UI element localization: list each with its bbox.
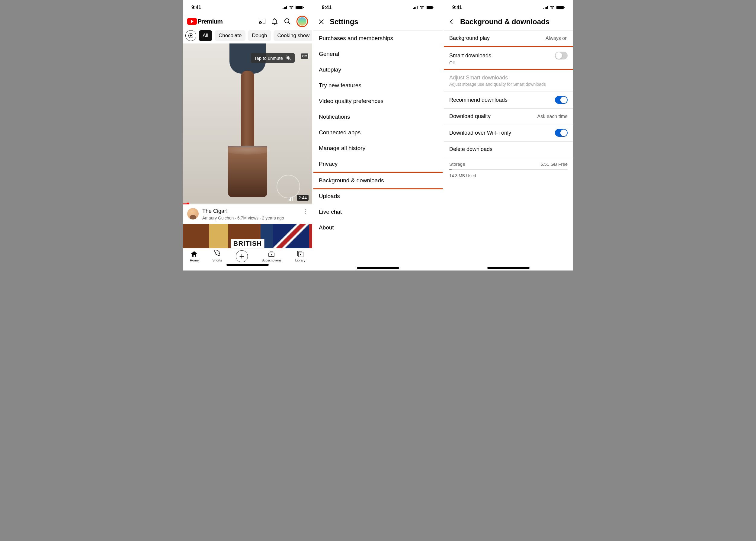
unmute-overlay[interactable]: Tap to unmute <box>251 53 295 63</box>
wifi-toggle[interactable] <box>555 129 568 137</box>
nav-shorts-label: Shorts <box>213 259 222 262</box>
quality-icon <box>289 197 294 201</box>
wifi-icon <box>550 6 555 9</box>
nav-subscriptions[interactable]: Subscriptions <box>262 250 282 262</box>
adjust-sub: Adjust storage use and quality for Smart… <box>449 82 546 87</box>
channel-watermark <box>277 175 300 198</box>
shorts-icon <box>214 250 221 258</box>
nav-home-label: Home <box>190 259 199 262</box>
status-bar: 9:41 <box>183 0 312 13</box>
video-thumbnail[interactable]: Tap to unmute CC 2:44 <box>183 43 312 205</box>
settings-item-background-downloads[interactable]: Background & downloads <box>314 172 442 189</box>
search-icon[interactable] <box>284 18 291 25</box>
recommend-label: Recommend downloads <box>449 97 507 103</box>
smart-downloads-toggle[interactable] <box>555 52 568 60</box>
channel-avatar[interactable] <box>187 208 199 220</box>
chip-chocolate[interactable]: Chocolate <box>215 30 246 41</box>
nav-create[interactable] <box>236 250 248 263</box>
chip-all[interactable]: All <box>199 30 212 41</box>
smart-downloads-label: Smart downloads <box>449 53 491 59</box>
video-progress[interactable] <box>183 204 312 205</box>
status-bar: 9:41 <box>444 0 573 13</box>
header-actions <box>259 16 308 27</box>
storage-label: Storage <box>449 162 465 167</box>
row-background-play[interactable]: Background play Always on <box>444 31 573 46</box>
chip-dough[interactable]: Dough <box>248 30 271 41</box>
settings-item-live-chat[interactable]: Live chat <box>314 204 442 220</box>
row-delete-downloads[interactable]: Delete downloads <box>444 142 573 157</box>
storage-used: 14.3 MB Used <box>449 173 568 178</box>
bd-header: Background & downloads <box>444 13 573 31</box>
settings-item-purchases[interactable]: Purchases and memberships <box>314 31 442 46</box>
quality-value: Ask each time <box>537 114 568 119</box>
notifications-icon[interactable] <box>271 18 278 25</box>
svg-rect-6 <box>292 197 293 201</box>
signal-icon <box>413 6 417 9</box>
home-icon <box>191 250 198 258</box>
storage-section: Storage 5.51 GB Free 14.3 MB Used <box>444 157 573 182</box>
status-icons <box>543 6 565 9</box>
delete-label: Delete downloads <box>449 146 492 153</box>
bd-title: Background & downloads <box>460 18 549 26</box>
screen-background-downloads: 9:41 Background & downloads Background p… <box>444 0 573 270</box>
explore-icon[interactable] <box>185 30 196 41</box>
chip-cooking[interactable]: Cooking show <box>274 30 312 41</box>
unmute-label: Tap to unmute <box>254 56 283 61</box>
cast-icon[interactable] <box>259 18 266 25</box>
back-icon[interactable] <box>448 18 455 25</box>
status-time: 9:41 <box>322 5 332 10</box>
nav-home[interactable]: Home <box>190 250 199 262</box>
nav-library[interactable]: Library <box>295 250 306 262</box>
background-play-value: Always on <box>545 36 568 41</box>
row-adjust-smart-downloads: Adjust Smart downloads Adjust storage us… <box>444 70 573 91</box>
video-metadata[interactable]: The Cigar! Amaury Guichon · 6.7M views ·… <box>183 205 312 224</box>
youtube-logo[interactable]: Premium <box>187 18 223 25</box>
profile-avatar[interactable] <box>297 16 308 27</box>
battery-icon <box>426 6 434 9</box>
settings-item-about[interactable]: About <box>314 220 442 236</box>
avatar-icon <box>298 17 307 26</box>
subscriptions-icon <box>268 250 275 258</box>
settings-list: Purchases and memberships General Autopl… <box>314 31 442 236</box>
screen-settings: 9:41 Settings Purchases and memberships … <box>314 0 442 270</box>
settings-item-video-quality[interactable]: Video quality preferences <box>314 93 442 109</box>
background-play-label: Background play <box>449 35 490 41</box>
row-wifi-only[interactable]: Download over Wi-Fi only <box>444 124 573 141</box>
bottom-nav: Home Shorts Subscriptions Library <box>183 248 312 263</box>
storage-free: 5.51 GB Free <box>540 162 568 167</box>
screen-youtube-home: 9:41 Premium <box>183 0 312 270</box>
row-download-quality[interactable]: Download quality Ask each time <box>444 109 573 124</box>
video-menu-icon[interactable]: ⋮ <box>303 208 308 215</box>
svg-point-0 <box>285 19 289 23</box>
settings-item-autoplay[interactable]: Autoplay <box>314 62 442 78</box>
wifi-icon <box>289 6 294 9</box>
nav-shorts[interactable]: Shorts <box>213 250 222 262</box>
status-time: 9:41 <box>191 5 201 10</box>
battery-icon <box>296 6 304 9</box>
settings-item-manage-history[interactable]: Manage all history <box>314 140 442 156</box>
signal-icon <box>283 6 287 9</box>
row-recommend-downloads[interactable]: Recommend downloads <box>444 92 573 108</box>
settings-item-connected-apps[interactable]: Connected apps <box>314 125 442 140</box>
video-info: The Cigar! Amaury Guichon · 6.7M views ·… <box>202 208 299 221</box>
cc-badge[interactable]: CC <box>301 53 309 59</box>
svg-line-1 <box>288 22 290 24</box>
duration-badge: 2:44 <box>297 195 309 201</box>
youtube-brand-text: Premium <box>198 18 223 25</box>
wifi-label: Download over Wi-Fi only <box>449 130 511 136</box>
settings-item-uploads[interactable]: Uploads <box>314 189 442 204</box>
second-video-thumbnail[interactable]: BRITISH <box>183 224 312 248</box>
home-indicator <box>227 264 269 266</box>
nav-subscriptions-label: Subscriptions <box>262 259 282 262</box>
settings-item-try-new-features[interactable]: Try new features <box>314 78 442 93</box>
settings-item-general[interactable]: General <box>314 46 442 62</box>
row-smart-downloads[interactable]: Smart downloads Off <box>444 46 573 70</box>
close-icon[interactable] <box>318 18 325 25</box>
nav-library-label: Library <box>295 259 306 262</box>
settings-item-privacy[interactable]: Privacy <box>314 156 442 172</box>
signal-icon <box>543 6 548 9</box>
recommend-toggle[interactable] <box>555 96 568 104</box>
youtube-play-icon <box>187 18 197 25</box>
quality-label: Download quality <box>449 113 490 120</box>
settings-item-notifications[interactable]: Notifications <box>314 109 442 125</box>
